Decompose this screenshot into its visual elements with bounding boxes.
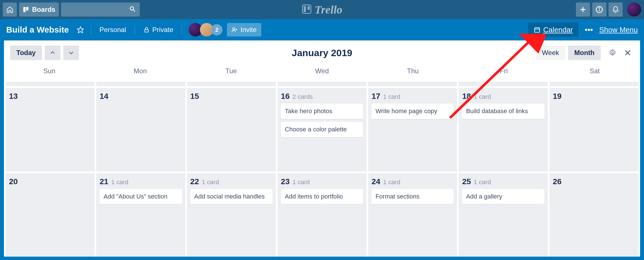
board-header: Build a Website Personal Private 2 Invit… xyxy=(0,19,644,40)
weekday-label: Wed xyxy=(276,64,367,82)
card-count: 1 card xyxy=(474,93,491,101)
calendar-day-cell[interactable]: 14 xyxy=(96,88,185,172)
calendar-card[interactable]: Take hero photos xyxy=(281,104,363,119)
svg-rect-1 xyxy=(26,7,28,10)
weekday-label: Thu xyxy=(368,64,458,82)
show-menu-link[interactable]: Show Menu xyxy=(599,26,638,34)
month-view-button[interactable]: Month xyxy=(568,45,601,60)
calendar-day-cell[interactable]: 221 cardAdd social media handles xyxy=(187,173,276,257)
info-button[interactable] xyxy=(592,3,606,17)
visibility-button[interactable]: Private xyxy=(139,23,178,37)
weekday-label: Mon xyxy=(95,64,186,82)
weekday-label: Fri xyxy=(458,64,549,82)
member-count-badge[interactable]: 2 xyxy=(211,24,222,35)
day-number: 14 xyxy=(100,92,108,101)
day-number: 20 xyxy=(9,177,18,186)
calendar-card[interactable]: Build database of links xyxy=(462,104,544,119)
close-calendar-button[interactable] xyxy=(622,47,634,59)
calendar-day-cell[interactable]: 19 xyxy=(550,88,638,172)
calendar-day-cell[interactable]: 162 cardsTake hero photosChoose a color … xyxy=(278,88,366,172)
day-number: 18 xyxy=(462,92,471,101)
svg-marker-12 xyxy=(77,27,84,33)
chevron-up-icon xyxy=(49,50,56,56)
day-number: 17 xyxy=(371,92,380,101)
day-number: 25 xyxy=(462,177,471,186)
day-number: 24 xyxy=(371,177,380,186)
svg-rect-6 xyxy=(308,6,310,10)
notifications-button[interactable] xyxy=(609,3,623,17)
svg-point-21 xyxy=(612,52,614,54)
weekday-header: SunMonTueWedThuFriSat xyxy=(4,64,640,82)
gear-icon xyxy=(609,49,616,57)
workspace-button[interactable]: Personal xyxy=(95,23,131,37)
more-icon[interactable]: ••• xyxy=(585,25,593,34)
member-stack: 2 xyxy=(189,23,222,37)
day-number: 16 xyxy=(281,92,290,101)
svg-point-14 xyxy=(233,28,235,30)
settings-button[interactable] xyxy=(606,47,619,59)
today-button[interactable]: Today xyxy=(10,45,42,60)
calendar-card[interactable]: Add social media handles xyxy=(190,189,273,204)
user-avatar[interactable] xyxy=(627,3,641,17)
svg-point-11 xyxy=(599,8,600,8)
divider xyxy=(91,25,91,35)
calendar-day-cell[interactable]: 171 cardWrite home page copy xyxy=(368,88,457,172)
day-number: 26 xyxy=(553,177,562,186)
calendar-panel: Today January 2019 Week Month SunMonTueW… xyxy=(4,40,640,257)
chevron-down-icon xyxy=(68,50,74,56)
day-number: 19 xyxy=(553,92,562,101)
home-icon xyxy=(6,6,13,13)
calendar-day-cell[interactable]: 211 cardAdd "About Us" section xyxy=(96,173,185,257)
calendar-day-cell[interactable]: 181 cardBuild database of links xyxy=(459,88,548,172)
card-count: 1 card xyxy=(383,93,400,101)
calendar-day-cell[interactable]: 251 cardAdd a gallery xyxy=(459,173,548,257)
day-number: 15 xyxy=(190,92,199,101)
calendar-card[interactable]: Write home page copy xyxy=(371,104,454,119)
svg-rect-13 xyxy=(145,29,148,32)
next-button[interactable] xyxy=(63,45,79,60)
boards-button[interactable]: Boards xyxy=(19,3,59,17)
weekday-label: Sun xyxy=(4,64,95,82)
invite-icon xyxy=(231,27,238,33)
calendar-toolbar: Today January 2019 Week Month xyxy=(4,40,640,64)
svg-point-2 xyxy=(130,7,134,10)
prev-button[interactable] xyxy=(45,45,60,60)
divider xyxy=(135,25,135,35)
calendar-card[interactable]: Add items to portfolio xyxy=(281,189,363,204)
calendar-card[interactable]: Format sections xyxy=(371,189,454,204)
calendar-card[interactable]: Choose a color palette xyxy=(281,122,363,137)
card-count: 1 card xyxy=(292,179,310,186)
weekday-label: Tue xyxy=(186,64,276,82)
board-title[interactable]: Build a Website xyxy=(6,25,69,35)
svg-rect-0 xyxy=(23,7,26,12)
invite-button[interactable]: Invite xyxy=(227,23,261,37)
calendar-day-cell[interactable]: 241 cardFormat sections xyxy=(368,173,457,257)
calendar-card[interactable]: Add a gallery xyxy=(462,189,544,204)
lock-icon xyxy=(143,27,150,33)
svg-rect-17 xyxy=(535,28,540,32)
calendar-icon xyxy=(534,26,541,33)
global-header: Boards Trello xyxy=(0,0,644,19)
card-count: 1 card xyxy=(111,179,128,186)
svg-line-3 xyxy=(133,10,135,12)
calendar-day-cell[interactable]: 13 xyxy=(6,88,94,172)
week-view-button[interactable]: Week xyxy=(536,45,565,60)
calendar-view-button[interactable]: Calendar xyxy=(528,22,579,37)
card-count: 1 card xyxy=(202,179,219,186)
calendar-day-cell[interactable]: 20 xyxy=(6,173,94,257)
calendar-day-cell[interactable]: 231 cardAdd items to portfolio xyxy=(278,173,366,257)
home-button[interactable] xyxy=(3,3,17,17)
calendar-day-cell[interactable]: 26 xyxy=(550,173,638,257)
day-number: 21 xyxy=(100,177,108,186)
search-input[interactable] xyxy=(61,3,140,17)
app-logo: Trello xyxy=(302,3,343,16)
star-button[interactable] xyxy=(74,23,87,37)
calendar-card[interactable]: Add "About Us" section xyxy=(100,189,182,204)
card-count: 1 card xyxy=(474,179,491,186)
calendar-grid: 131415162 cardsTake hero photosChoose a … xyxy=(4,88,640,257)
svg-rect-5 xyxy=(304,6,306,12)
plus-icon xyxy=(579,6,587,13)
create-button[interactable] xyxy=(576,3,590,17)
calendar-day-cell[interactable]: 15 xyxy=(187,88,276,172)
day-number: 23 xyxy=(281,177,290,186)
